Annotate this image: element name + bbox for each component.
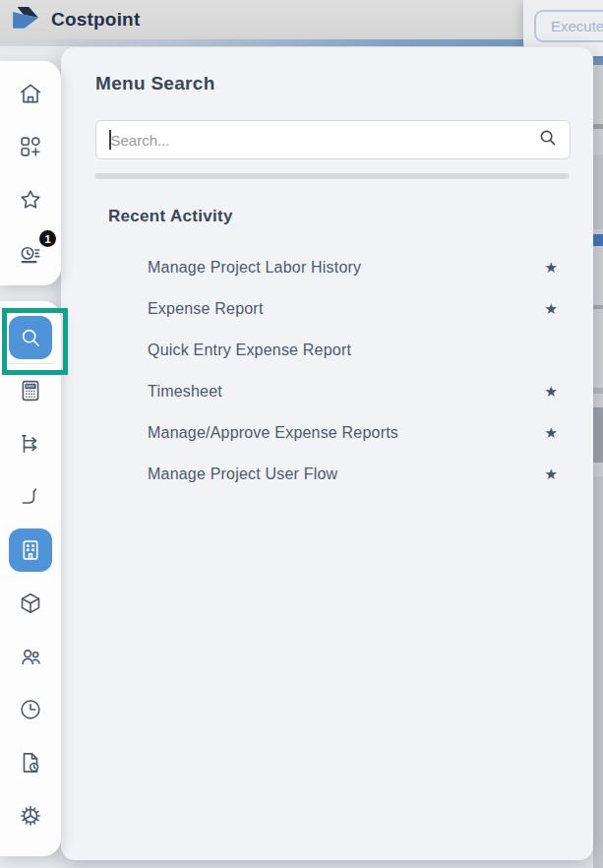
menu-search-panel: Menu Search Recent Activity Manage Proje… [61, 47, 593, 860]
favorites-star-icon [18, 187, 43, 213]
sidebar-item-menu-search[interactable] [0, 311, 61, 364]
background-app-edge [593, 45, 603, 868]
edge-stripe [593, 55, 603, 65]
recent-activity-icon [18, 240, 43, 266]
sidebar-item-accounting[interactable] [0, 364, 61, 417]
search-box [95, 120, 571, 159]
edge-stripe [593, 407, 603, 463]
header-accent-bar [0, 39, 603, 46]
recent-item[interactable]: Quick Entry Expense Report★ [148, 330, 558, 371]
sidebar-item-admin[interactable] [0, 789, 61, 842]
recent-item-label: Quick Entry Expense Report [148, 341, 351, 359]
sidebar-item-people[interactable] [0, 630, 61, 683]
execute-button[interactable]: Execute [534, 10, 603, 42]
app-header: Costpoint [0, 0, 603, 39]
sidebar-item-materials[interactable] [0, 577, 61, 630]
sidebar-item-recent[interactable]: 1 [0, 226, 61, 279]
recent-item-label: Manage Project User Flow [148, 465, 337, 483]
materials-cube-icon [18, 590, 43, 616]
recent-item-label: Manage Project Labor History [148, 259, 361, 277]
edge-stripe [593, 305, 603, 309]
app-title: Costpoint [51, 9, 140, 31]
edge-stripe [593, 155, 603, 229]
sidebar-item-pipeline[interactable] [0, 470, 61, 524]
recent-item[interactable]: Manage/Approve Expense Reports★ [148, 412, 558, 454]
recent-item[interactable]: Timesheet★ [148, 371, 558, 412]
favorite-star-icon[interactable]: ★ [545, 300, 558, 318]
search-icon[interactable] [539, 129, 557, 151]
search-input[interactable] [111, 132, 540, 149]
sidebar-item-time[interactable] [0, 683, 61, 736]
screen: Costpoint Execute Menu Search Recent Act… [0, 0, 603, 868]
people-icon [18, 644, 43, 669]
app-launcher-icon [18, 134, 43, 159]
favorite-star-icon[interactable]: ★ [545, 465, 558, 483]
recent-item-label: Expense Report [148, 300, 264, 318]
recent-item-label: Manage/Approve Expense Reports [148, 424, 398, 442]
sidebar-item-company-active-button[interactable] [9, 528, 52, 572]
recent-item[interactable]: Manage Project Labor History★ [148, 247, 558, 288]
recent-item-label: Timesheet [148, 383, 222, 401]
edge-stripe [593, 234, 603, 246]
sidebar-item-menu-search-active-button[interactable] [9, 316, 52, 359]
admin-gear-icon [18, 803, 43, 829]
calculator-icon [18, 378, 43, 403]
sidebar-item-company[interactable] [0, 524, 61, 577]
sidebar-item-favorites[interactable] [0, 173, 61, 226]
sidebar-item-applications[interactable] [0, 120, 61, 173]
sidebar-module-group [0, 301, 61, 856]
process-flow-icon [18, 431, 43, 457]
report-file-icon [18, 750, 43, 775]
pipeline-icon [18, 484, 43, 510]
sidebar-item-reports[interactable] [0, 736, 61, 789]
sidebar-item-home[interactable] [0, 67, 61, 120]
section-divider [95, 173, 569, 179]
company-building-icon [18, 537, 43, 563]
recent-activity-title: Recent Activity [108, 207, 233, 226]
sidebar-item-process-flow[interactable] [0, 417, 61, 470]
search-icon [18, 325, 43, 350]
sidebar-primary-group: 1 [0, 61, 61, 285]
edge-stripe [593, 388, 603, 394]
notification-badge: 1 [39, 230, 56, 247]
favorite-star-icon[interactable]: ★ [545, 424, 558, 442]
edge-stripe [593, 476, 603, 868]
favorite-star-icon[interactable]: ★ [545, 259, 558, 277]
time-clock-icon [18, 697, 43, 722]
favorite-star-icon[interactable]: ★ [545, 383, 558, 401]
recent-activity-list: Manage Project Labor History★Expense Rep… [148, 247, 558, 495]
recent-item[interactable]: Manage Project User Flow★ [148, 454, 558, 495]
recent-item[interactable]: Expense Report★ [148, 288, 558, 330]
edge-stripe [593, 124, 603, 129]
panel-title: Menu Search [95, 73, 215, 94]
deltek-logo [10, 4, 41, 35]
home-icon [18, 81, 43, 106]
